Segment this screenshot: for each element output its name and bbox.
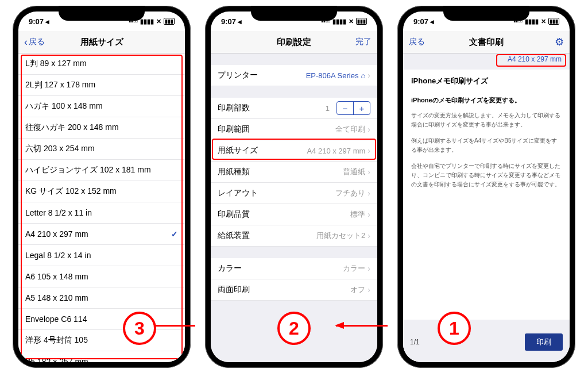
page-title: 印刷設定: [277, 37, 311, 48]
row-value: オフ ›: [350, 285, 370, 295]
paper-size-option[interactable]: Envelope C6 114: [18, 309, 185, 330]
row-label: 印刷品質: [218, 209, 250, 220]
size-label: L判 89 x 127 mm: [25, 59, 87, 69]
settings-row[interactable]: 用紙サイズA4 210 x 297 mm ›: [211, 140, 377, 162]
chevron-right-icon: ›: [368, 231, 370, 240]
status-time: 9:07: [413, 17, 428, 26]
chevron-right-icon: ›: [368, 210, 370, 219]
notch: [251, 6, 337, 21]
back-label: 戻る: [29, 37, 45, 47]
paper-size-option[interactable]: B5 182 x 257 mm: [18, 351, 185, 362]
size-label: A6 105 x 148 mm: [25, 272, 88, 281]
row-label: カラー: [218, 263, 242, 274]
chevron-right-icon: ›: [368, 167, 370, 177]
chevron-right-icon: ›: [368, 71, 370, 80]
notch: [443, 6, 529, 21]
paper-size-indicator[interactable]: A4 210 x 297 mm: [505, 53, 564, 65]
phone-document-print: 9:07◂ ▪▪▫▫▮▮▮▮✕▮▮▮ 戻る 文書印刷 ⚙ A4 210 x 29…: [397, 6, 575, 368]
settings-row[interactable]: 印刷品質標準 ›: [211, 204, 377, 225]
size-label: A4 210 x 297 mm: [25, 229, 88, 239]
row-value: カラー ›: [343, 263, 370, 274]
size-label: 往復ハガキ 200 x 148 mm: [25, 122, 119, 133]
print-button[interactable]: 印刷: [525, 333, 563, 351]
done-label: 完了: [355, 37, 372, 47]
chevron-right-icon: ›: [368, 189, 370, 198]
paper-size-option[interactable]: 六切 203 x 254 mm: [18, 139, 185, 160]
row-label: 用紙サイズ: [218, 145, 258, 156]
paper-size-option[interactable]: 往復ハガキ 200 x 148 mm: [18, 117, 185, 139]
location-icon: ◂: [45, 17, 49, 26]
row-value: 普通紙 ›: [343, 167, 370, 177]
settings-row[interactable]: 印刷部数1−+: [211, 98, 377, 119]
paper-size-option[interactable]: A6 105 x 148 mm: [18, 266, 185, 287]
document-preview: iPhoneメモ印刷サイズ iPhoneのメモ印刷サイズを変更する。 サイズの変…: [403, 70, 570, 320]
size-label: B5 182 x 257 mm: [25, 357, 88, 362]
settings-row[interactable]: カラーカラー ›: [211, 258, 377, 279]
chevron-right-icon: ›: [368, 125, 370, 134]
back-button[interactable]: ‹戻る: [24, 36, 53, 48]
paper-size-option[interactable]: KG サイズ 102 x 152 mm: [18, 181, 185, 202]
paper-size-option[interactable]: L判 89 x 127 mm: [18, 53, 185, 75]
location-icon: ◂: [430, 17, 434, 26]
settings-row[interactable]: 両面印刷オフ ›: [211, 279, 377, 301]
row-label: レイアウト: [218, 188, 258, 198]
paper-size-list: L判 89 x 127 mm2L判 127 x 178 mmハガキ 100 x …: [18, 53, 185, 362]
chevron-right-icon: ›: [368, 285, 370, 294]
settings-row[interactable]: 用紙種類普通紙 ›: [211, 162, 377, 183]
size-label: A5 148 x 210 mm: [25, 293, 88, 302]
settings-row[interactable]: 印刷範囲全て印刷 ›: [211, 119, 377, 140]
done-button[interactable]: 完了: [343, 37, 372, 47]
size-label: Letter 8 1/2 x 11 in: [25, 208, 92, 217]
chevron-right-icon: ›: [368, 264, 370, 273]
back-button[interactable]: 戻る: [409, 37, 438, 47]
location-icon: ◂: [238, 17, 242, 26]
doc-paragraph: 会社や自宅でプリンターで印刷する時にサイズを変更したり、コンビニで印刷する時にサ…: [411, 162, 562, 189]
size-label: 六切 203 x 254 mm: [25, 144, 95, 154]
nav-bar: 印刷設定 完了: [211, 31, 377, 53]
size-label: KG サイズ 102 x 152 mm: [25, 186, 117, 197]
size-label: Envelope C6 114: [25, 314, 87, 324]
page-indicator: 1/1: [410, 338, 420, 346]
size-label: ハイビジョンサイズ 102 x 181 mm: [25, 165, 151, 175]
status-time: 9:07: [29, 17, 44, 26]
paper-size-option[interactable]: Letter 8 1/2 x 11 in: [18, 202, 185, 224]
row-label: 給紙装置: [218, 231, 250, 241]
check-icon: ✓: [171, 229, 178, 239]
row-label: 印刷部数: [218, 103, 250, 113]
row-label: 両面印刷: [218, 285, 250, 295]
paper-size-option[interactable]: 2L判 127 x 178 mm: [18, 75, 185, 96]
size-label: ハガキ 100 x 148 mm: [25, 101, 103, 112]
settings-list-2: カラーカラー ›両面印刷オフ ›: [211, 258, 377, 301]
row-value: 用紙カセット2 ›: [316, 231, 370, 241]
paper-size-option[interactable]: 洋形 4号封筒 105: [18, 330, 185, 351]
paper-size-option[interactable]: A5 148 x 210 mm: [18, 287, 185, 309]
plus-button[interactable]: +: [353, 102, 370, 114]
notch: [59, 6, 145, 21]
bottom-bar: 1/1 印刷: [403, 330, 570, 362]
row-value: 標準 ›: [350, 209, 370, 220]
stepper[interactable]: −+: [336, 101, 370, 115]
settings-row[interactable]: レイアウトフチあり ›: [211, 183, 377, 204]
row-label: 用紙種類: [218, 167, 250, 177]
paper-size-option[interactable]: ハガキ 100 x 148 mm: [18, 96, 185, 117]
page-title: 文書印刷: [469, 37, 504, 48]
row-value: 1−+: [326, 101, 370, 115]
paper-size-option[interactable]: ハイビジョンサイズ 102 x 181 mm: [18, 160, 185, 181]
gear-icon[interactable]: ⚙: [555, 36, 564, 48]
nav-bar: 戻る 文書印刷 ⚙: [403, 31, 570, 53]
size-label: 洋形 4号封筒 105: [25, 335, 88, 346]
row-label: 印刷範囲: [218, 124, 250, 135]
doc-heading: iPhoneのメモ印刷サイズを変更する。: [411, 95, 562, 106]
back-label: 戻る: [409, 37, 425, 47]
step-badge-3: 3: [123, 312, 156, 345]
row-value: A4 210 x 297 mm ›: [307, 146, 370, 155]
settings-row[interactable]: 給紙装置用紙カセット2 ›: [211, 225, 377, 247]
arrow-icon: [336, 325, 388, 327]
nav-bar: ‹戻る 用紙サイズ: [18, 31, 185, 53]
doc-paragraph: 例えば印刷するサイズをA4サイズやB5サイズに変更をする事が出来ます。: [411, 136, 562, 155]
chevron-right-icon: ›: [368, 146, 370, 155]
paper-size-option[interactable]: A4 210 x 297 mm✓: [18, 224, 185, 245]
minus-button[interactable]: −: [337, 102, 353, 114]
printer-row[interactable]: プリンター EP-806A Series ⌂ ›: [211, 65, 377, 86]
paper-size-option[interactable]: Legal 8 1/2 x 14 in: [18, 245, 185, 266]
